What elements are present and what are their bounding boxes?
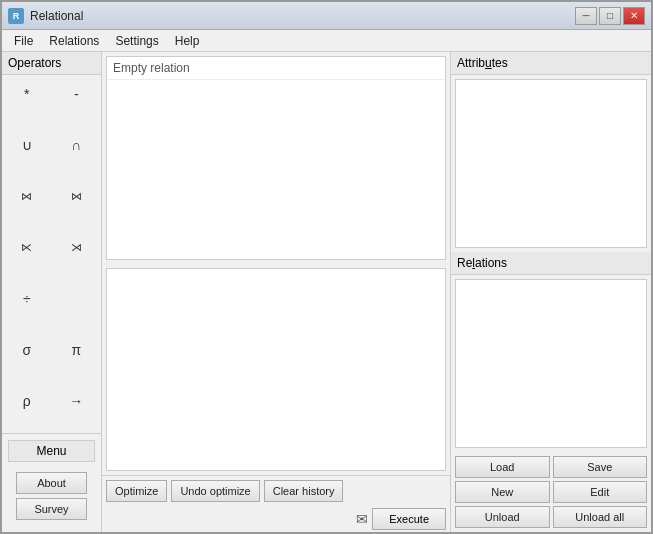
unload-button[interactable]: Unload xyxy=(455,506,550,528)
clear-history-button[interactable]: Clear history xyxy=(264,480,344,502)
menu-help[interactable]: Help xyxy=(167,32,208,49)
operator-sigma[interactable]: σ xyxy=(2,331,52,369)
operator-pi[interactable]: π xyxy=(52,331,102,369)
operator-join-inner-left[interactable]: ⋈ xyxy=(2,177,52,215)
menu-file[interactable]: File xyxy=(6,32,41,49)
survey-button[interactable]: Survey xyxy=(16,498,87,520)
window-title: Relational xyxy=(30,9,83,23)
title-bar-left: R Relational xyxy=(8,8,83,24)
optimize-button[interactable]: Optimize xyxy=(106,480,167,502)
attributes-content[interactable] xyxy=(455,79,647,248)
attributes-header: Attributes xyxy=(451,52,651,75)
execute-button[interactable]: Execute xyxy=(372,508,446,530)
operators-grid: * - ∪ ∩ ⋈ ⋈ ⋉ ⋊ ÷ σ π ρ → xyxy=(2,75,101,433)
right-panel: Attributes Relations Load Save New Edit … xyxy=(451,52,651,532)
bottom-buttons: Optimize Undo optimize Clear history xyxy=(102,475,450,506)
minimize-button[interactable]: ─ xyxy=(575,7,597,25)
operator-divide[interactable]: ÷ xyxy=(2,280,52,318)
right-buttons: Load Save New Edit Unload Unload all xyxy=(451,452,651,532)
operators-header: Operators xyxy=(2,52,101,75)
unload-all-button[interactable]: Unload all xyxy=(553,506,648,528)
menu-bar: File Relations Settings Help xyxy=(2,30,651,52)
operator-intersect[interactable]: ∩ xyxy=(52,126,102,164)
title-bar: R Relational ─ □ ✕ xyxy=(2,2,651,30)
app-icon: R xyxy=(8,8,24,24)
operator-join-inner-right[interactable]: ⋈ xyxy=(52,177,102,215)
relation-content[interactable] xyxy=(107,80,445,259)
operator-minus[interactable]: - xyxy=(52,75,102,113)
relations-header-text: Relations xyxy=(457,256,507,270)
execute-area: ✉ Execute xyxy=(102,506,450,532)
operator-multiply[interactable]: * xyxy=(2,75,52,113)
operator-union[interactable]: ∪ xyxy=(2,126,52,164)
lower-editor[interactable] xyxy=(106,268,446,472)
relations-header: Relations xyxy=(451,252,651,275)
edit-button[interactable]: Edit xyxy=(553,481,648,503)
menu-relations[interactable]: Relations xyxy=(41,32,107,49)
attributes-section: Attributes xyxy=(451,52,651,252)
operator-arrow[interactable]: → xyxy=(52,382,102,420)
new-button[interactable]: New xyxy=(455,481,550,503)
relations-section: Relations xyxy=(451,252,651,452)
relations-content[interactable] xyxy=(455,279,647,448)
menu-section: Menu About Survey xyxy=(2,433,101,532)
undo-optimize-button[interactable]: Undo optimize xyxy=(171,480,259,502)
main-window: R Relational ─ □ ✕ File Relations Settin… xyxy=(0,0,653,534)
menu-label: Menu xyxy=(8,440,95,462)
close-button[interactable]: ✕ xyxy=(623,7,645,25)
mail-icon: ✉ xyxy=(356,511,368,527)
menu-settings[interactable]: Settings xyxy=(107,32,166,49)
left-buttons: About Survey xyxy=(8,468,95,526)
operator-blank xyxy=(52,280,102,318)
relation-display: Empty relation xyxy=(106,56,446,260)
operator-semijoin-right[interactable]: ⋊ xyxy=(52,228,102,266)
operator-rho[interactable]: ρ xyxy=(2,382,52,420)
about-button[interactable]: About xyxy=(16,472,87,494)
title-buttons: ─ □ ✕ xyxy=(575,7,645,25)
left-panel: Operators * - ∪ ∩ ⋈ ⋈ ⋉ ⋊ ÷ σ π ρ → Menu xyxy=(2,52,102,532)
attributes-header-text: Attributes xyxy=(457,56,508,70)
maximize-button[interactable]: □ xyxy=(599,7,621,25)
operator-semijoin-left[interactable]: ⋉ xyxy=(2,228,52,266)
save-button[interactable]: Save xyxy=(553,456,648,478)
middle-panel: Empty relation Optimize Undo optimize Cl… xyxy=(102,52,451,532)
content-area: Operators * - ∪ ∩ ⋈ ⋈ ⋉ ⋊ ÷ σ π ρ → Menu xyxy=(2,52,651,532)
load-button[interactable]: Load xyxy=(455,456,550,478)
relation-header: Empty relation xyxy=(107,57,445,80)
